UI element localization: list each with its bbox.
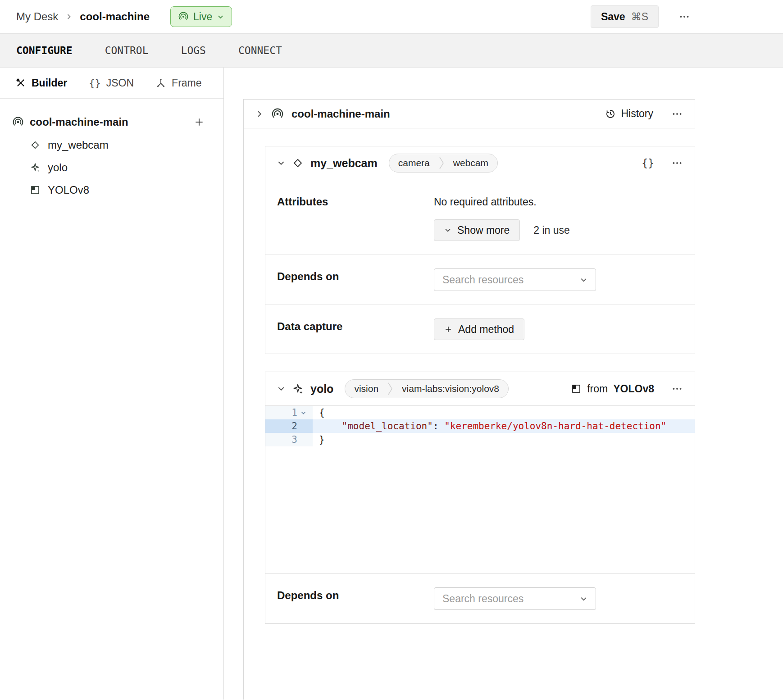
from-module-name: YOLOv8 [613, 383, 654, 395]
attributes-json-editor: 1 { 2 "mode [265, 406, 695, 573]
code-text[interactable]: "model_location": "keremberke/yolov8n-ha… [313, 419, 695, 433]
machine-part-tree: cool-machine-main my_webcam yolo [0, 99, 223, 201]
tree-root-label: cool-machine-main [30, 116, 128, 128]
machine-part-body: my_webcam camera webcam {} [243, 128, 695, 700]
code-text[interactable]: { [313, 406, 695, 419]
from-module-info: from YOLOv8 [571, 383, 654, 395]
view-frame-label: Frame [172, 77, 201, 89]
show-more-button[interactable]: Show more [434, 219, 520, 241]
tab-logs[interactable]: LOGS [181, 45, 206, 56]
service-card-yolo: yolo vision viam-labs:vision:yolov8 [265, 372, 695, 624]
component-actions: {} [642, 157, 683, 169]
breadcrumb-current: cool-machine [80, 10, 150, 23]
collapse-chevron-down-icon[interactable] [277, 385, 285, 393]
json-key: "model_location" [342, 421, 433, 432]
service-actions: from YOLOv8 [571, 383, 683, 395]
live-label: Live [193, 11, 212, 23]
tab-configure[interactable]: CONFIGURE [16, 45, 73, 56]
view-builder[interactable]: Builder [15, 77, 67, 89]
attributes-section: Attributes No required attributes. Show … [265, 180, 695, 255]
history-label: History [621, 108, 653, 120]
service-sparkle-icon [30, 162, 41, 173]
config-view-switcher: Builder {} JSON Frame [0, 68, 223, 99]
line-number-gutter: 1 [265, 406, 313, 419]
code-line: 1 { [265, 406, 695, 419]
module-icon [571, 383, 582, 394]
chevron-down-icon [217, 14, 224, 20]
machine-part-icon [13, 117, 23, 127]
depends-on-resource-select[interactable]: Search resources [434, 587, 596, 610]
view-builder-label: Builder [32, 77, 67, 89]
component-diamond-icon [292, 157, 304, 169]
view-json[interactable]: {} JSON [89, 77, 134, 89]
code-line-active: 2 "model_location": "keremberke/yolov8n-… [265, 419, 695, 433]
breadcrumb-parent[interactable]: My Desk [16, 10, 58, 23]
tag-model-triplet: viam-labs:vision:yolov8 [393, 380, 508, 398]
code-fold-chevron-icon[interactable] [297, 410, 309, 416]
tree-item-yolo[interactable]: yolo [13, 156, 211, 179]
depends-on-label: Depends on [277, 268, 434, 291]
data-capture-section: Data capture Add method [265, 305, 695, 354]
data-capture-label: Data capture [277, 318, 434, 340]
code-line: 3 } [265, 433, 695, 446]
tree-item-my-webcam[interactable]: my_webcam [13, 134, 211, 156]
collapse-chevron-down-icon[interactable] [277, 159, 285, 167]
tree-item-label: my_webcam [48, 139, 109, 151]
machine-part-actions: History [605, 108, 683, 120]
save-button[interactable]: Save ⌘S [591, 5, 659, 28]
line-number: 3 [291, 434, 297, 445]
tag-webcam: webcam [444, 154, 497, 172]
depends-on-resource-select[interactable]: Search resources [434, 268, 596, 291]
component-card-my-webcam: my_webcam camera webcam {} [265, 146, 695, 354]
add-component-button[interactable] [194, 117, 211, 127]
tree-item-label: yolo [48, 161, 68, 174]
tag-vision: vision [345, 380, 387, 398]
tab-connect[interactable]: CONNECT [238, 45, 282, 56]
add-method-button[interactable]: Add method [434, 318, 524, 340]
edit-json-braces-button[interactable]: {} [642, 157, 654, 169]
line-number: 2 [291, 421, 297, 432]
line-number-gutter: 3 [265, 433, 313, 446]
from-word: from [587, 383, 608, 395]
machine-part-more-menu-button[interactable] [671, 108, 683, 120]
module-icon [30, 185, 41, 195]
component-card-header: my_webcam camera webcam {} [265, 146, 695, 180]
machine-part-title: cool-machine-main [291, 108, 390, 120]
save-shortcut: ⌘S [631, 11, 648, 23]
topbar-more-menu-button[interactable] [678, 11, 690, 23]
tag-separator-icon [387, 380, 393, 398]
service-sparkle-icon [292, 383, 304, 395]
view-json-label: JSON [106, 77, 134, 89]
editor-empty-area[interactable] [265, 446, 695, 573]
content-layout: Builder {} JSON Frame cool-machine-main [0, 68, 783, 700]
live-status-badge[interactable]: Live [170, 6, 232, 27]
machine-part-header: cool-machine-main History [243, 99, 695, 128]
breadcrumb: My Desk cool-machine [16, 10, 150, 23]
tree-item-label: YOLOv8 [48, 184, 89, 196]
line-number: 1 [291, 407, 297, 418]
top-bar: My Desk cool-machine Live Save ⌘S [0, 0, 783, 34]
main-tab-bar: CONFIGURE CONTROL LOGS CONNECT [0, 34, 783, 68]
history-button[interactable]: History [605, 108, 653, 120]
sidebar: Builder {} JSON Frame cool-machine-main [0, 68, 224, 700]
show-more-label: Show more [457, 224, 510, 236]
service-title: yolo [310, 382, 333, 395]
component-more-menu-button[interactable] [671, 157, 683, 169]
depends-on-section: Depends on Search resources [265, 573, 695, 623]
select-placeholder: Search resources [442, 593, 524, 605]
tree-item-yolov8-module[interactable]: YOLOv8 [13, 179, 211, 201]
view-frame[interactable]: Frame [155, 77, 201, 89]
chevron-down-icon [580, 276, 587, 284]
chevron-down-icon [444, 227, 451, 234]
plus-icon [444, 325, 452, 333]
tag-separator-icon [439, 154, 444, 172]
code-text[interactable]: } [313, 433, 695, 446]
save-label: Save [601, 11, 625, 23]
depends-on-section: Depends on Search resources [265, 255, 695, 305]
collapse-chevron-right-icon[interactable] [255, 110, 264, 118]
topbar-actions: Save ⌘S [591, 5, 690, 28]
tree-root-machine-part[interactable]: cool-machine-main [13, 110, 211, 134]
tab-control[interactable]: CONTROL [105, 45, 149, 56]
service-more-menu-button[interactable] [671, 383, 683, 395]
braces-icon: {} [89, 77, 101, 89]
